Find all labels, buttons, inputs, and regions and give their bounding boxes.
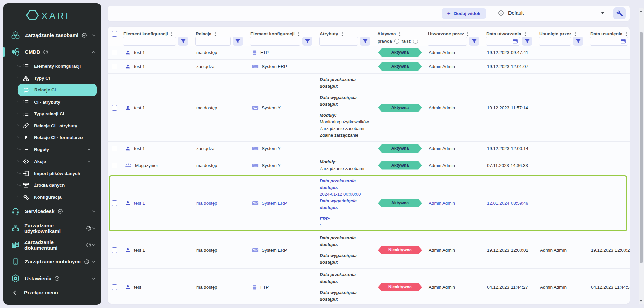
table-row[interactable]: test 1ma dostępSystem YData przekazania … [108, 74, 630, 142]
ci1-filter-input[interactable] [123, 37, 176, 46]
ci-label: System ERP [262, 201, 287, 206]
table-row[interactable]: test 1ma dostępSystem ERPData przekazani… [108, 232, 630, 269]
filter-button[interactable] [360, 37, 370, 46]
filter-button[interactable] [573, 37, 583, 46]
attribute-label: Data wygaśnięcia dostępu: [320, 252, 372, 266]
sidebar-item-cmdb[interactable]: CMDB [3, 44, 101, 60]
sidebar-item-typy-ci[interactable]: Typy CI [3, 72, 101, 84]
vertical-scrollbar-thumb[interactable] [640, 32, 643, 263]
sidebar-item-ustawienia[interactable]: Ustawienia [3, 270, 101, 287]
row-checkbox[interactable] [112, 64, 117, 69]
sidebar-item-elementy-konfiguracji[interactable]: Elementy konfiguracji [3, 60, 101, 72]
deleted-at-cell [588, 175, 630, 232]
row-checkbox[interactable] [112, 105, 117, 111]
select-all-checkbox[interactable] [112, 31, 117, 37]
sidebar-item-label: CI - atrybuty [34, 100, 60, 105]
filter-button[interactable] [469, 37, 479, 46]
sidebar-item-servicedesk[interactable]: Servicedesk [3, 203, 101, 220]
database-icon [252, 285, 257, 290]
row-checkbox[interactable] [112, 247, 117, 253]
calendar-icon[interactable] [512, 38, 518, 44]
sidebar-nav: Zarządzanie zasobamiCMDBElementy konfigu… [3, 23, 101, 287]
view-selector-dropdown[interactable]: Default [496, 8, 606, 19]
attributes-filter-input[interactable] [319, 37, 358, 46]
column-menu-icon[interactable] [626, 32, 627, 33]
filter-button[interactable] [302, 37, 312, 46]
sidebar-item-zarzadzanie-mobilnymi[interactable]: Zarządzanie mobilnymi [3, 253, 101, 270]
table-row[interactable]: test 1zarządzaSystem ERPAktywnaAdmin Adm… [108, 60, 630, 74]
sync-icon [23, 87, 30, 93]
deleted-by-cell [537, 156, 588, 175]
row-checkbox-cell [108, 74, 121, 141]
sidebar-item-relacje-ci-formularze[interactable]: Relacje CI - formularze [3, 132, 101, 144]
created-at-cell: 04.12.2023 11:44:27 [484, 269, 537, 304]
filter-button[interactable] [178, 37, 188, 46]
filter-button[interactable] [233, 37, 243, 46]
created-at-cell: 19.12.2023 09:47:41 [484, 46, 537, 59]
vertical-scrollbar[interactable] [639, 8, 644, 304]
sidebar-item-typy-relacji-ci[interactable]: Typy relacji CI [3, 108, 101, 120]
created-at-cell: 07.11.2023 14:36:33 [484, 156, 537, 175]
row-checkbox[interactable] [112, 284, 117, 290]
created-by-cell: Admin Admin [425, 175, 484, 232]
relations-table-panel: Element konfiguracjiRelacjaElement konfi… [108, 27, 630, 304]
sidebar-item-konfiguracja[interactable]: Konfiguracja [3, 191, 101, 203]
sidebar-item-label: Zarządzanie dokumentami [24, 239, 83, 251]
column-menu-icon[interactable] [298, 32, 299, 33]
ci2-filter-input[interactable] [250, 37, 300, 46]
ci-label: FTP [260, 50, 269, 55]
column-menu-icon[interactable] [399, 32, 400, 33]
sidebar-item-akcje[interactable]: Akcje [3, 156, 101, 168]
attribute-label: Data wygaśnięcia dostępu: [320, 198, 372, 211]
column-header-label: Element konfiguracji [250, 31, 295, 36]
filter-cell-created_at [484, 37, 537, 46]
scroll-down-icon[interactable] [640, 300, 642, 302]
table-row[interactable]: test 1ma dostępFTPAktywnaAdmin Admin19.1… [108, 46, 630, 60]
row-checkbox[interactable] [112, 163, 117, 168]
sidebar-item-zarzadzanie-dokumentami[interactable]: Zarządzanie dokumentami [3, 237, 101, 253]
status-badge: Aktywna [378, 161, 422, 170]
column-menu-icon[interactable] [215, 32, 216, 33]
sidebar-item-reguly[interactable]: Reguły [3, 143, 101, 156]
attribute-label: Data przekazania dostępu: [320, 271, 372, 285]
row-checkbox[interactable] [112, 200, 117, 206]
sidebar-toggle-button[interactable]: Przełącz menu [3, 287, 101, 299]
table-row[interactable]: test 1zarządzaSystem YAktywnaAdmin Admin… [108, 142, 630, 156]
relation-filter-input[interactable] [195, 37, 231, 46]
sidebar-item-import-plikow-danych[interactable]: Import plików danych [3, 167, 101, 179]
add-view-button[interactable]: + Dodaj widok [442, 8, 486, 19]
column-menu-icon[interactable] [342, 32, 343, 33]
sidebar-item-zarzadzanie-zasobami[interactable]: Zarządzanie zasobami [3, 27, 101, 44]
row-checkbox[interactable] [112, 50, 117, 55]
deleted-at-cell: 19.12.2023 12:00:2 [588, 232, 630, 268]
column-menu-icon[interactable] [575, 32, 576, 33]
app-logo: XARI [3, 3, 101, 23]
deleted_by-filter-input[interactable] [539, 37, 571, 46]
created_by-filter-input[interactable] [428, 37, 467, 46]
deleted-at-cell [588, 60, 630, 73]
table-row[interactable]: test 1ma dostępSystem ERPData przekazani… [108, 175, 630, 232]
column-menu-icon[interactable] [467, 32, 468, 33]
person-icon [125, 200, 131, 206]
gauge-icon [86, 226, 91, 231]
column-menu-icon[interactable] [171, 32, 172, 33]
deleted-by-cell [537, 175, 588, 232]
sidebar-item-relacje-ci[interactable]: Relacje CI [18, 84, 97, 96]
table-row[interactable]: Magazynierma dostępSystem YModuły:Zarząd… [108, 156, 630, 175]
boolean-filter-true-radio[interactable] [394, 39, 399, 44]
filter-button[interactable] [522, 37, 532, 46]
view-settings-button[interactable] [613, 7, 626, 19]
row-checkbox[interactable] [112, 146, 117, 151]
ci-target-cell: FTP [248, 269, 317, 304]
column-menu-icon[interactable] [525, 32, 526, 33]
boolean-filter-false-radio[interactable] [413, 39, 418, 44]
sidebar-item-label: Źródła danych [34, 183, 65, 188]
person-icon [125, 105, 131, 111]
sidebar-item-relacje-ci-atrybuty[interactable]: Relacje CI - atrybuty [3, 120, 101, 132]
sidebar-item-zarzadzanie-uzytkownikami[interactable]: Zarządzanie użytkownikami [3, 220, 101, 237]
sidebar-item-zrodla-danych[interactable]: Źródła danych [3, 179, 101, 191]
table-row[interactable]: testma dostępFTPData przekazania dostępu… [108, 269, 630, 304]
scroll-up-icon[interactable] [640, 10, 642, 12]
sidebar-item-ci-atrybuty[interactable]: CI - atrybuty [3, 96, 101, 108]
calendar-icon[interactable] [620, 38, 626, 44]
